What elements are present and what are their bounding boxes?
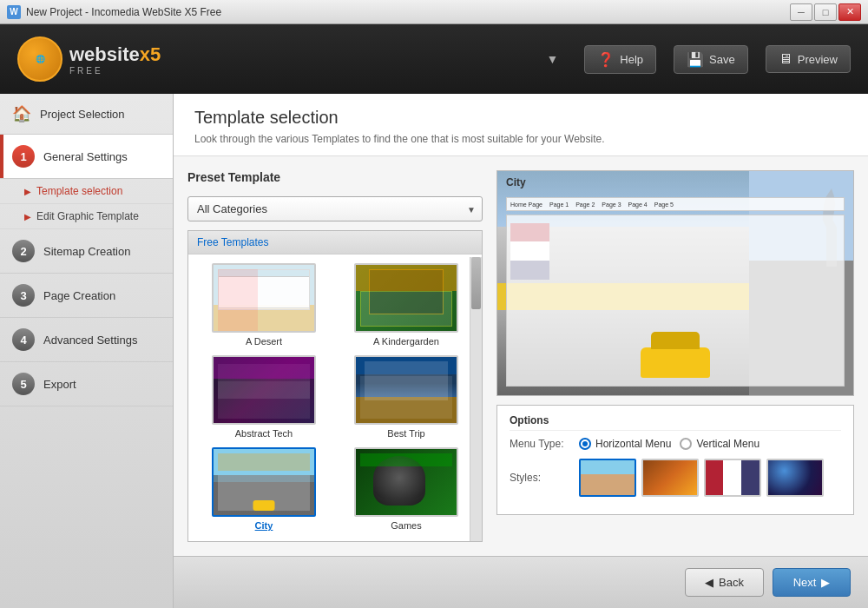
template-thumb-city: [212, 447, 316, 517]
sidebar-label-general: General Settings: [43, 150, 128, 163]
sidebar-num-3: 3: [12, 284, 35, 307]
template-item-desert[interactable]: A Desert: [197, 263, 331, 347]
template-name-games: Games: [391, 520, 421, 531]
title-text: New Project - Incomedia WebSite X5 Free: [26, 6, 221, 18]
sidebar-item-sitemap[interactable]: 2 Sitemap Creation: [0, 229, 173, 274]
logo-x5: x5: [140, 43, 161, 65]
window-controls[interactable]: ─ □ ✕: [790, 3, 861, 21]
sidebar-label-export: Export: [43, 378, 76, 391]
save-label: Save: [709, 53, 735, 66]
logo-circle: 🌐: [17, 36, 62, 82]
template-item-city[interactable]: City: [197, 447, 331, 531]
radio-label-horizontal: Horizontal Menu: [595, 438, 671, 450]
next-label: Next: [793, 576, 817, 589]
template-thumb-desert: [212, 263, 316, 333]
arrow-icon-1: ▶: [24, 187, 31, 196]
preview-taxi: [641, 347, 710, 378]
style-thumb-abstract[interactable]: [766, 459, 824, 497]
sidebar-item-project-selection[interactable]: 🏠 Project Selection: [0, 94, 173, 135]
back-button[interactable]: ◀ Back: [685, 568, 764, 597]
template-thumb-games: [354, 447, 458, 517]
template-name-kindergarden: A Kindergarden: [373, 336, 439, 347]
logo-name: websitex5: [69, 43, 161, 66]
menu-type-row: Menu Type: Horizontal Menu Vertical Menu: [510, 438, 841, 450]
template-list: Free Templates A Desert: [187, 230, 483, 542]
radio-horizontal[interactable]: Horizontal Menu: [579, 438, 671, 450]
radio-label-vertical: Vertical Menu: [696, 438, 760, 450]
style-thumb-city[interactable]: [579, 459, 636, 497]
styles-label: Styles:: [510, 472, 570, 484]
preview-nav-p4: Page 4: [628, 202, 648, 208]
preview-nav-home: Home Page: [510, 202, 542, 208]
category-dropdown[interactable]: All Categories Business Personal Portfol…: [187, 196, 483, 221]
title-bar-left: W New Project - Incomedia WebSite X5 Fre…: [7, 5, 221, 19]
sidebar-num-5: 5: [12, 373, 35, 395]
template-thumb-abstract: [212, 355, 316, 425]
close-button[interactable]: ✕: [838, 3, 861, 21]
preview-icon: 🖥: [779, 51, 792, 67]
sidebar-label-sitemap: Sitemap Creation: [43, 245, 130, 258]
style-thumb-orange[interactable]: [641, 459, 699, 497]
options-title: Options: [510, 414, 841, 431]
template-thumb-besttrip: [354, 355, 458, 425]
preview-button[interactable]: 🖥 Preview: [766, 45, 851, 73]
preview-nav-p3: Page 3: [602, 202, 621, 208]
preview-image: Home Page Page 1 Page 2 Page 3 Page 4 Pa…: [497, 171, 853, 395]
app-logo: 🌐 websitex5 FREE: [17, 36, 161, 82]
logo-text: websitex5 FREE: [69, 43, 161, 76]
logo-inner-icon: 🌐: [36, 55, 45, 64]
sidebar-sub-template-selection[interactable]: ▶ Template selection: [0, 179, 173, 204]
next-icon: ▶: [821, 576, 830, 589]
category-dropdown-container[interactable]: All Categories Business Personal Portfol…: [187, 196, 483, 221]
maximize-button[interactable]: □: [814, 3, 837, 21]
help-label: Help: [620, 53, 643, 66]
back-icon: ◀: [705, 576, 713, 589]
preview-nav-p2: Page 2: [575, 202, 595, 208]
template-name-city: City: [255, 520, 273, 531]
help-button[interactable]: ❓ Help: [584, 45, 656, 74]
styles-row: Styles:: [510, 459, 841, 497]
template-scrollbar[interactable]: [470, 257, 482, 541]
sidebar-sub-edit-graphic[interactable]: ▶ Edit Graphic Template: [0, 204, 173, 229]
menu-type-label: Menu Type:: [510, 438, 570, 450]
template-item-games[interactable]: Games: [339, 447, 473, 531]
content-body: Preset Template All Categories Business …: [174, 156, 868, 556]
free-templates-header: Free Templates: [188, 231, 482, 254]
template-item-abstract[interactable]: Abstract Tech: [197, 355, 331, 439]
preview-nav-p5: Page 5: [654, 202, 674, 208]
radio-vertical[interactable]: Vertical Menu: [680, 438, 760, 450]
style-thumbnails: [579, 459, 824, 497]
scrollbar-thumb[interactable]: [471, 257, 481, 309]
dropdown-arrow-icon[interactable]: ▼: [547, 52, 559, 66]
left-panel: Preset Template All Categories Business …: [187, 170, 483, 542]
radio-circle-horizontal: [579, 438, 591, 450]
arrow-icon-2: ▶: [24, 212, 31, 221]
main-layout: 🏠 Project Selection 1 General Settings ▶…: [0, 94, 868, 608]
preview-container: City: [496, 170, 854, 396]
preview-title-label: City: [506, 176, 526, 188]
next-button[interactable]: Next ▶: [773, 568, 851, 597]
preset-template-title: Preset Template: [187, 170, 483, 184]
template-item-kindergarden[interactable]: A Kindergarden: [339, 263, 473, 347]
template-name-abstract: Abstract Tech: [235, 428, 293, 439]
sidebar-item-export[interactable]: 5 Export: [0, 362, 173, 406]
minimize-button[interactable]: ─: [790, 3, 812, 21]
sidebar: 🏠 Project Selection 1 General Settings ▶…: [0, 94, 174, 608]
sidebar-item-page-creation[interactable]: 3 Page Creation: [0, 274, 173, 318]
save-button[interactable]: 💾 Save: [674, 45, 748, 74]
content-header: Template selection Look through the vari…: [174, 94, 868, 156]
sidebar-item-general-settings[interactable]: 1 General Settings: [0, 135, 173, 179]
sidebar-num-2: 2: [12, 240, 35, 262]
template-name-besttrip: Best Trip: [387, 428, 424, 439]
style-thumb-flag[interactable]: [704, 459, 761, 497]
radio-dot-horizontal: [582, 441, 588, 446]
title-bar: W New Project - Incomedia WebSite X5 Fre…: [0, 0, 868, 24]
template-thumb-kindergarden: [354, 263, 458, 333]
help-icon: ❓: [597, 51, 615, 68]
sidebar-item-advanced[interactable]: 4 Advanced Settings: [0, 318, 173, 362]
template-item-besttrip[interactable]: Best Trip: [339, 355, 473, 439]
preview-nav-bar: Home Page Page 1 Page 2 Page 3 Page 4 Pa…: [506, 197, 845, 211]
logo-website: website: [69, 43, 140, 65]
options-panel: Options Menu Type: Horizontal Menu Verti…: [496, 405, 854, 515]
preview-nav-p1: Page 1: [549, 202, 569, 208]
